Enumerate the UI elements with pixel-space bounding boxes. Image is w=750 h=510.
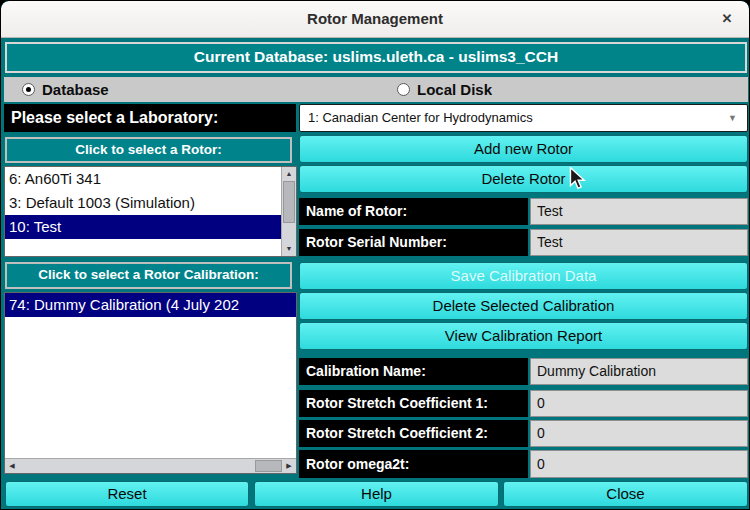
rotor-omega2t-label: Rotor omega2t: (299, 450, 528, 478)
list-item-selected[interactable]: 10: Test (5, 215, 282, 239)
list-item[interactable]: 6: An60Ti 341 (5, 167, 282, 191)
laboratory-label: Please select a Laboratory: (4, 104, 296, 132)
save-calibration-button[interactable]: Save Calibration Data (299, 262, 748, 290)
scroll-right-icon[interactable]: ▶ (282, 459, 296, 473)
rotor-name-field[interactable]: Test (530, 198, 748, 225)
chevron-down-icon[interactable]: ▼ (728, 105, 737, 131)
calibration-name-label: Calibration Name: (299, 358, 528, 385)
stretch-coefficient-1-field[interactable]: 0 (530, 390, 748, 417)
calibration-list-scrollbar[interactable]: ◀ ▶ (5, 458, 296, 473)
close-button[interactable]: Close (503, 481, 748, 507)
rotor-name-label: Name of Rotor: (299, 198, 528, 225)
rotor-serial-label: Rotor Serial Number: (299, 229, 528, 256)
rotor-list-header: Click to select a Rotor: (5, 137, 292, 163)
calibration-list[interactable]: 74: Dummy Calibration (4 July 202 ◀ ▶ (4, 292, 297, 474)
stretch-coefficient-2-label: Rotor Stretch Coefficient 2: (299, 420, 528, 447)
rotor-serial-field[interactable]: Test (530, 229, 748, 256)
rotor-omega2t-field[interactable]: 0 (530, 450, 748, 478)
title-bar: Rotor Management ✕ (1, 1, 749, 38)
add-rotor-button[interactable]: Add new Rotor (299, 135, 748, 163)
view-calibration-report-button[interactable]: View Calibration Report (299, 322, 748, 350)
radio-label: Local Disk (417, 81, 492, 98)
rotor-list-scrollbar[interactable]: ▲ ▼ (281, 167, 296, 256)
scroll-up-icon[interactable]: ▲ (282, 167, 296, 181)
laboratory-selected-value: 1: Canadian Center for Hydrodynamics (308, 110, 533, 125)
scrollbar-thumb[interactable] (255, 460, 282, 472)
laboratory-select[interactable]: 1: Canadian Center for Hydrodynamics ▼ (299, 104, 748, 132)
reset-button[interactable]: Reset (5, 481, 249, 507)
delete-rotor-button[interactable]: Delete Rotor (299, 165, 748, 193)
rotor-list[interactable]: 6: An60Ti 341 3: Default 1003 (Simulatio… (4, 166, 297, 257)
calibration-name-field[interactable]: Dummy Calibration (530, 358, 748, 385)
radio-selected-icon[interactable] (22, 83, 35, 96)
data-source-row: Database Local Disk (4, 77, 748, 102)
radio-option-local-disk[interactable]: Local Disk (397, 77, 492, 102)
scroll-down-icon[interactable]: ▼ (282, 242, 296, 256)
list-item[interactable]: 3: Default 1003 (Simulation) (5, 191, 282, 215)
close-icon[interactable]: ✕ (717, 9, 737, 29)
radio-option-database[interactable]: Database (22, 77, 109, 102)
delete-calibration-button[interactable]: Delete Selected Calibration (299, 292, 748, 320)
scrollbar-thumb[interactable] (283, 181, 295, 223)
stretch-coefficient-1-label: Rotor Stretch Coefficient 1: (299, 390, 528, 417)
calibration-list-header: Click to select a Rotor Calibration: (5, 262, 292, 289)
current-database-banner: Current Database: uslims.uleth.ca - usli… (5, 42, 747, 73)
radio-unselected-icon[interactable] (397, 83, 410, 96)
radio-label: Database (42, 81, 109, 98)
window-title: Rotor Management (1, 1, 749, 37)
rotor-management-window: Rotor Management ✕ Current Database: usl… (0, 0, 750, 510)
list-item-selected[interactable]: 74: Dummy Calibration (4 July 202 (5, 293, 296, 317)
scroll-left-icon[interactable]: ◀ (5, 459, 19, 473)
stretch-coefficient-2-field[interactable]: 0 (530, 420, 748, 447)
help-button[interactable]: Help (254, 481, 499, 507)
